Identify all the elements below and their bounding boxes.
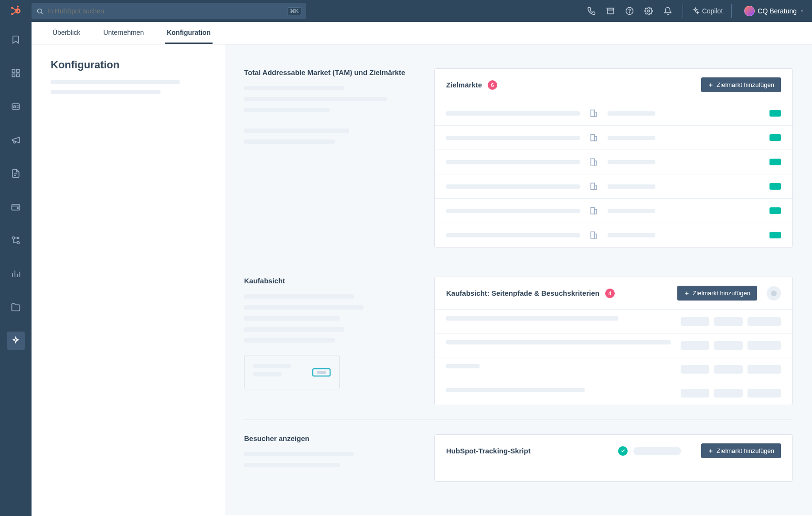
topbar-right: Copilot CQ Beratung bbox=[587, 4, 804, 18]
avatar bbox=[744, 6, 755, 16]
search-input[interactable] bbox=[47, 7, 287, 15]
svg-point-7 bbox=[629, 12, 630, 13]
account-label: CQ Beratung bbox=[758, 7, 797, 15]
search-shortcut-badge: ⌘K bbox=[287, 7, 301, 15]
hubspot-logo-icon bbox=[10, 5, 22, 17]
topbar: ⌘K Copilot CQ Beratung bbox=[0, 0, 812, 22]
bell-icon[interactable] bbox=[663, 7, 672, 15]
svg-point-8 bbox=[647, 10, 650, 12]
phone-icon[interactable] bbox=[587, 7, 596, 15]
account-menu[interactable]: CQ Beratung bbox=[742, 6, 804, 16]
gear-icon[interactable] bbox=[644, 7, 653, 15]
chevron-down-icon bbox=[800, 9, 804, 13]
hubspot-logo[interactable] bbox=[0, 5, 32, 17]
search-icon bbox=[36, 8, 43, 15]
help-icon[interactable] bbox=[625, 7, 634, 15]
marketplace-icon[interactable] bbox=[606, 7, 615, 15]
global-search[interactable]: ⌘K bbox=[32, 3, 306, 19]
copilot-button[interactable]: Copilot bbox=[683, 4, 732, 18]
sparkle-icon bbox=[692, 7, 699, 15]
copilot-label: Copilot bbox=[702, 7, 723, 15]
svg-point-5 bbox=[38, 9, 42, 13]
